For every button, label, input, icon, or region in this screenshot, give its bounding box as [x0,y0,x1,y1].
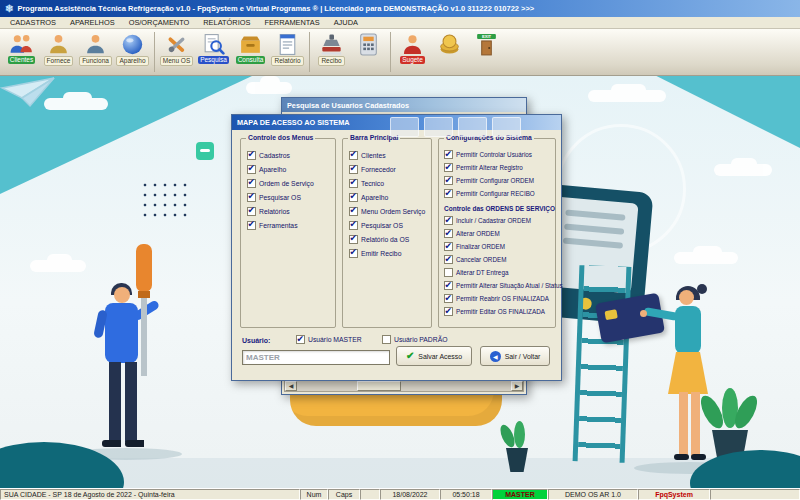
checkbox-row[interactable]: Ordem de Serviço [241,176,335,190]
checkbox[interactable] [444,268,453,277]
small-plant-illustration [498,424,538,476]
exit-back-button[interactable]: ◀ Sair / Voltar [480,346,550,366]
menu-item[interactable]: RELATÓRIOS [196,17,257,29]
checkbox[interactable] [349,165,358,174]
checkbox[interactable] [247,179,256,188]
checkbox-row[interactable]: Pesquisar OS [343,218,431,232]
menu-item[interactable]: APARELHOS [63,17,122,29]
checkbox[interactable] [444,255,453,264]
checkbox[interactable] [444,229,453,238]
toolbar-recibo-label: Recibo [318,56,344,66]
checkbox-row[interactable]: Aparelho [241,162,335,176]
checkbox[interactable] [349,249,358,258]
checkbox-row[interactable]: Aparelho [343,190,431,204]
menu-item[interactable]: OS/ORÇAMENTO [122,17,197,29]
checkbox-row[interactable]: Fornecedor [343,162,431,176]
scrollbar-thumb[interactable] [357,381,401,391]
menu-item[interactable]: CADASTROS [3,17,63,29]
checkbox-row[interactable]: Permitir Controlar Usuários [439,148,555,161]
checkbox-row[interactable]: Permitir Configurar ORDEM [439,174,555,187]
scroll-right-arrow[interactable]: ▶ [511,381,523,391]
toolbar-menu-os-button[interactable]: Menu OS [158,31,195,75]
checkbox-row[interactable]: Menu Ordem Serviço [343,204,431,218]
toolbar-sugestao-button[interactable]: Sugete [394,31,431,75]
save-access-button[interactable]: ✔ Salvar Acesso [396,346,472,366]
checkbox-label: Relatórios [259,208,290,215]
checkbox-row[interactable]: Emitir Recibo [343,246,431,260]
checkbox[interactable] [444,294,453,303]
menu-item[interactable]: AJUDA [327,17,365,29]
toolbar-sair-button[interactable]: EXIT [468,31,505,75]
user-master-checkbox[interactable] [296,335,305,344]
horizontal-scrollbar[interactable]: ◀ ▶ [284,380,524,392]
toolbar-clientes-button[interactable]: Clientes [3,31,40,75]
scrollbar-track[interactable] [297,381,511,391]
checkbox-row[interactable]: Relatórios [241,204,335,218]
checkbox-row[interactable]: Pesquisar OS [241,190,335,204]
toolbar-consulta-button[interactable]: Consulta [232,31,269,75]
checkbox-label: Permitir Configurar RECIBO [456,190,535,197]
checkbox-row[interactable]: Relatório da OS [343,232,431,246]
user-input[interactable] [242,350,390,365]
user-padrao-checkbox-row[interactable]: Usuário PADRÃO [382,335,448,344]
checkbox-row[interactable]: Permitir Alterar Registro [439,161,555,174]
mint-badge [196,142,214,160]
user-master-label: Usuário MASTER [308,336,362,343]
toolbar-calculadora-button[interactable] [350,31,387,75]
checkbox[interactable] [247,221,256,230]
checkbox-row[interactable]: Permitir Alterar Situação Atual / Status [439,279,555,292]
checkbox[interactable] [444,307,453,316]
checkbox[interactable] [444,281,453,290]
toolbar-relatorio-button[interactable]: Relatório [269,31,306,75]
toolbar-separator [309,32,310,72]
checkbox[interactable] [349,193,358,202]
menu-item[interactable]: FERRAMENTAS [257,17,326,29]
checkbox[interactable] [349,235,358,244]
toolbar-funcionario-button[interactable]: Funciona [77,31,114,75]
user-padrao-checkbox[interactable] [382,335,391,344]
checkbox-row[interactable]: Finalizar ORDEM [439,240,555,253]
checkbox-row[interactable]: Cadastros [241,148,335,162]
cloud [714,164,772,176]
checkbox-row[interactable]: Alterar ORDEM [439,227,555,240]
checkbox[interactable] [444,216,453,225]
checkbox-row[interactable]: Clientes [343,148,431,162]
checkbox[interactable] [247,151,256,160]
status-caps-indicator: Caps [328,489,360,500]
toolbar-aparelho-button[interactable]: Aparelho [114,31,151,75]
checkbox[interactable] [444,150,453,159]
checkbox[interactable] [349,221,358,230]
checkbox-row[interactable]: Tecnico [343,176,431,190]
ladder-illustration [573,265,632,463]
checkbox-row[interactable]: Alterar DT Entrega [439,266,555,279]
toolbar-moedas-button[interactable] [431,31,468,75]
checkbox[interactable] [444,163,453,172]
toolbar-recibo-button[interactable]: Recibo [313,31,350,75]
scroll-left-arrow[interactable]: ◀ [285,381,297,391]
checkbox[interactable] [247,207,256,216]
checkbox-row[interactable]: Permitir Editar OS FINALIZADA [439,305,555,318]
checkbox[interactable] [349,207,358,216]
checkbox[interactable] [247,193,256,202]
report-icon [275,32,300,57]
checkbox-row[interactable]: Ferramentas [241,218,335,232]
checkbox-row[interactable]: Permitir Reabrir OS FINALIZADA [439,292,555,305]
titlebar[interactable]: ❄ Programa Assistência Técnica Refrigera… [0,0,800,17]
toolbar-pesquisa-button[interactable]: Pesquisa [195,31,232,75]
checkbox-row[interactable]: Cancelar ORDEM [439,253,555,266]
toolbar-consulta-label: Consulta [236,56,266,64]
toolbar-relatorio-label: Relatório [271,56,303,66]
checkbox-row[interactable]: Incluir / Cadastrar ORDEM [439,214,555,227]
checkbox[interactable] [444,189,453,198]
checkbox[interactable] [349,151,358,160]
user-master-checkbox-row[interactable]: Usuário MASTER [296,335,362,344]
checkbox[interactable] [444,176,453,185]
checkbox[interactable] [444,242,453,251]
toolbar-separator [154,32,155,72]
screwdriver-collar [138,291,150,298]
checkbox-row[interactable]: Permitir Configurar RECIBO [439,187,555,200]
checkbox[interactable] [349,179,358,188]
search-users-dialog-titlebar[interactable]: Pesquisa de Usuarios Cadastrados [282,98,526,112]
checkbox[interactable] [247,165,256,174]
toolbar-fornecedor-button[interactable]: Fornece [40,31,77,75]
